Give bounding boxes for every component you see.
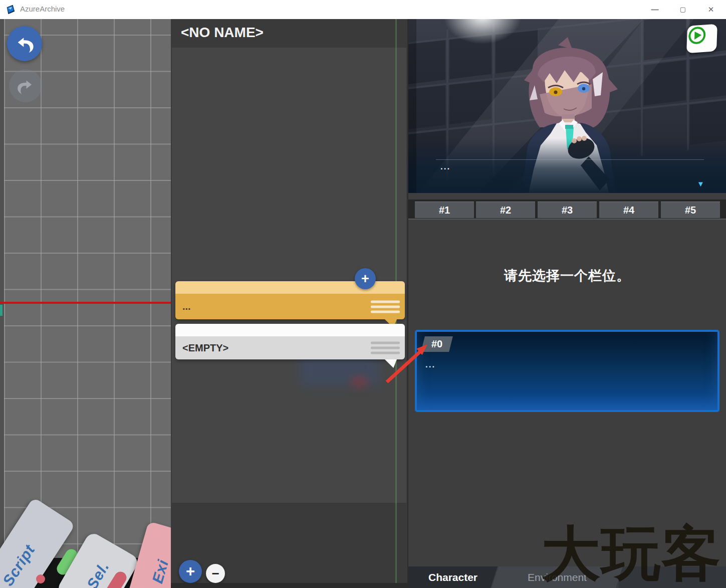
tab-environment[interactable]: Environment (492, 566, 623, 588)
drag-handle-icon[interactable] (371, 298, 400, 315)
script-title: <NO NAME> (181, 25, 264, 41)
close-button[interactable]: ✕ (699, 0, 722, 19)
undo-button[interactable] (7, 26, 42, 61)
slot-tab-1[interactable]: #1 (415, 202, 474, 218)
slot-tab-5[interactable]: #5 (661, 202, 720, 218)
slot-0-text: ... (425, 360, 435, 370)
play-button[interactable] (686, 24, 717, 53)
minimize-button[interactable]: — (643, 0, 666, 19)
select-slot-hint: 请先选择一个栏位。 (408, 267, 726, 285)
slot-0-tag-label: #0 (431, 338, 442, 350)
timeline-footer-strip (171, 583, 407, 588)
slot-tab-3[interactable]: #3 (538, 202, 597, 218)
card-text: <EMPTY> (182, 342, 228, 354)
canvas-teal-marker (0, 305, 3, 316)
card-header-strip (175, 324, 405, 336)
card-text: ... (182, 301, 191, 312)
remove-card-button[interactable]: − (206, 564, 225, 583)
add-card-button[interactable]: + (179, 560, 202, 583)
drag-handle-icon[interactable] (371, 339, 400, 357)
redo-icon (17, 77, 35, 95)
slot-0-panel[interactable]: #0 ... (415, 330, 719, 412)
app-logo-icon (5, 4, 16, 15)
timeline-card-empty[interactable]: <EMPTY> (175, 324, 405, 359)
slot-tab-row: #1 #2 #3 #4 #5 (408, 200, 726, 220)
app-window: AzureArchive — ▢ ✕ Script Sel. (0, 0, 726, 588)
menu-sticker-select-label: Sel. (83, 559, 112, 588)
scene-illustration (408, 19, 726, 193)
scene-preview: ... ▼ (408, 19, 726, 193)
footer-tab-spacer (619, 566, 726, 588)
menu-sticker-exit-label: Exi (149, 557, 171, 585)
tab-character[interactable]: Character (408, 566, 498, 588)
card-body: ... (175, 294, 405, 319)
undo-icon (15, 34, 35, 54)
maximize-button[interactable]: ▢ (671, 0, 694, 19)
slot-0-tag: #0 (421, 336, 453, 352)
inspector-panel: ... ▼ #1 #2 #3 #4 #5 请先选择一个栏位。 #0 ... (408, 19, 726, 588)
sticker-accent-dot (36, 574, 45, 583)
dialogue-text: ... (440, 162, 450, 172)
speaker-name-divider (436, 159, 704, 160)
titlebar: AzureArchive — ▢ ✕ (0, 0, 726, 19)
footer-tab-row: Environment Character (408, 566, 726, 588)
redo-button[interactable] (9, 69, 42, 102)
canvas-horizontal-guide (0, 302, 171, 304)
menu-sticker-script-label: Script (0, 542, 39, 588)
slot-tab-2[interactable]: #2 (476, 202, 535, 218)
play-icon (687, 25, 707, 46)
script-timeline-panel: <NO NAME> ... + <EMPTY> + − (171, 19, 408, 588)
slot-tab-4[interactable]: #4 (599, 202, 658, 218)
card-body: <EMPTY> (175, 336, 405, 359)
app-title: AzureArchive (20, 5, 65, 13)
editor-canvas[interactable]: Script Sel. Exi (0, 19, 171, 588)
insert-card-button[interactable]: + (355, 268, 376, 289)
advance-indicator-icon[interactable]: ▼ (697, 179, 704, 188)
background-blur-blob (351, 377, 368, 387)
